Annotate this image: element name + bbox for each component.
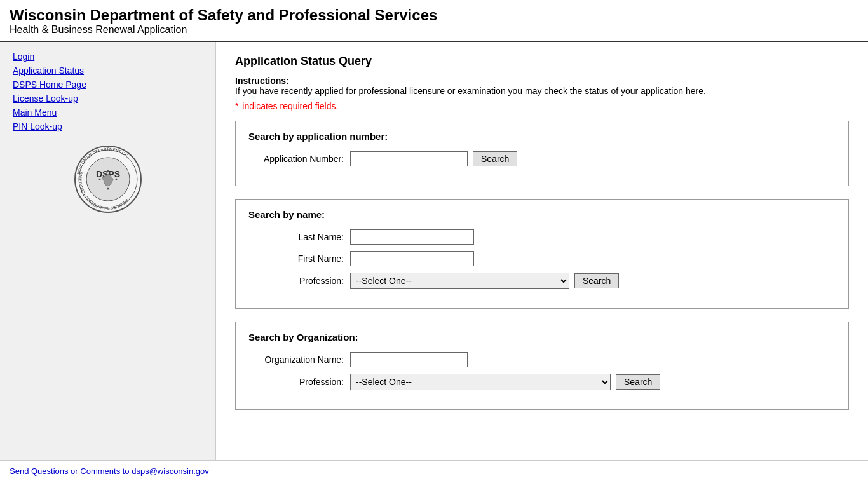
profession-name-select[interactable]: --Select One-- [350, 273, 569, 289]
org-name-label: Organization Name: [248, 355, 350, 365]
svg-point-8 [107, 188, 109, 190]
app-number-label: Application Number: [248, 154, 350, 164]
org-name-input[interactable] [350, 352, 468, 367]
org-name-row: Organization Name: [248, 352, 836, 367]
search-by-number-button[interactable]: Search [473, 151, 517, 166]
instructions-text: If you have recently applied for profess… [235, 86, 706, 96]
main-layout: Login Application Status DSPS Home Page … [0, 42, 868, 460]
profession-org-label: Profession: [248, 377, 350, 387]
dsps-seal-image: WISCONSIN DEPARTMENT OF AND PROFESSIONAL… [73, 144, 143, 214]
profession-name-row: Profession: --Select One-- Search [248, 273, 836, 289]
login-link[interactable]: Login [13, 51, 203, 62]
content-area: Application Status Query Instructions: I… [216, 42, 868, 460]
search-by-name-button[interactable]: Search [574, 273, 619, 288]
page-header: Wisconsin Department of Safety and Profe… [0, 0, 868, 42]
sidebar: Login Application Status DSPS Home Page … [0, 42, 216, 460]
search-by-org-section: Search by Organization: Organization Nam… [235, 322, 849, 410]
profession-name-label: Profession: [248, 276, 350, 286]
contact-link[interactable]: Send Questions or Comments to dsps@wisco… [10, 466, 209, 476]
site-title: Wisconsin Department of Safety and Profe… [10, 6, 858, 24]
svg-point-7 [107, 170, 109, 172]
last-name-row: Last Name: [248, 229, 836, 245]
instructions-block: Instructions: If you have recently appli… [235, 76, 849, 96]
last-name-label: Last Name: [248, 232, 350, 242]
sidebar-logo: WISCONSIN DEPARTMENT OF AND PROFESSIONAL… [13, 144, 203, 214]
instructions-label: Instructions: [235, 76, 289, 86]
search-by-number-title: Search by application number: [248, 131, 836, 142]
site-subtitle: Health & Business Renewal Application [10, 24, 858, 36]
license-lookup-link[interactable]: License Look-up [13, 93, 203, 104]
application-status-link[interactable]: Application Status [13, 65, 203, 76]
profession-org-row: Profession: --Select One-- Search [248, 374, 836, 390]
svg-point-9 [98, 179, 100, 180]
app-number-row: Application Number: Search [248, 151, 836, 166]
required-note: * indicates required fields. [235, 101, 849, 111]
first-name-input[interactable] [350, 251, 474, 266]
search-by-name-title: Search by name: [248, 209, 836, 220]
dsps-home-link[interactable]: DSPS Home Page [13, 79, 203, 90]
pin-lookup-link[interactable]: PIN Look-up [13, 121, 203, 132]
svg-point-10 [115, 179, 117, 180]
search-by-number-section: Search by application number: Applicatio… [235, 121, 849, 186]
page-title: Application Status Query [235, 55, 849, 68]
search-by-org-button[interactable]: Search [616, 374, 660, 390]
footer: Send Questions or Comments to dsps@wisco… [0, 460, 868, 481]
first-name-label: First Name: [248, 254, 350, 264]
last-name-input[interactable] [350, 229, 474, 245]
profession-org-select[interactable]: --Select One-- [350, 374, 611, 390]
search-by-org-title: Search by Organization: [248, 332, 836, 342]
app-number-input[interactable] [350, 151, 468, 166]
search-by-name-section: Search by name: Last Name: First Name: P… [235, 199, 849, 309]
main-menu-link[interactable]: Main Menu [13, 107, 203, 118]
first-name-row: First Name: [248, 251, 836, 266]
